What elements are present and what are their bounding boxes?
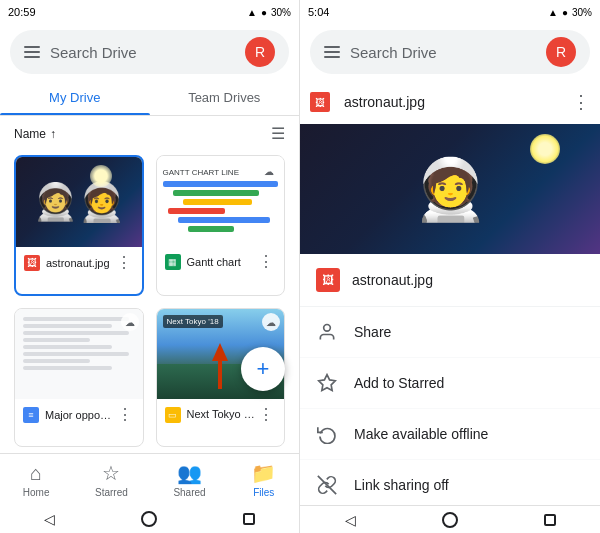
file-info-gantt: ▦ Gantt chart ⋮ — [157, 246, 285, 277]
thumbnail-gantt: GANTT CHART LINE ☁ — [157, 156, 285, 246]
hamburger-icon-right[interactable] — [324, 46, 340, 58]
share-icon — [316, 321, 338, 343]
home-label: Home — [23, 487, 50, 498]
left-panel: 20:59 ▲ ● 30% Search Drive R My Drive Te… — [0, 0, 300, 533]
file-info-tokyo: ▭ Next Tokyo '18 提案 | Co... ⋮ — [157, 399, 285, 430]
link-sharing-icon — [316, 474, 338, 496]
files-icon: 📁 — [251, 461, 276, 485]
status-icons-right: ▲ ● 30% — [548, 7, 592, 18]
sort-bar: Name ↑ ☰ — [0, 116, 299, 149]
home-button-right[interactable] — [440, 510, 460, 530]
tabs: My Drive Team Drives — [0, 80, 299, 116]
file-info-astronaut: 🖼 astronaut.jpg ⋮ — [16, 247, 142, 278]
file-name-major-opportunity: Major opportunity ... — [45, 409, 115, 421]
file-menu-gantt[interactable]: ⋮ — [256, 252, 276, 271]
fab-button[interactable]: + — [241, 347, 285, 391]
home-icon: ⌂ — [30, 462, 42, 485]
avatar-right[interactable]: R — [546, 37, 576, 67]
gantt-chart-preview: GANTT CHART LINE — [163, 168, 279, 235]
starred-label-right: Add to Starred — [354, 375, 444, 391]
star-icon — [316, 372, 338, 394]
system-nav-left: ◁ — [0, 505, 299, 533]
status-bar-right: 5:04 ▲ ● 30% — [300, 0, 600, 24]
sort-arrow-icon: ↑ — [50, 127, 56, 141]
sort-controls[interactable]: Name ↑ — [14, 127, 56, 141]
offline-label: Make available offline — [354, 426, 488, 442]
astronaut-graphic: 🧑‍🚀 — [413, 154, 488, 225]
search-input-right[interactable]: Search Drive — [350, 44, 536, 61]
sort-label: Name — [14, 127, 46, 141]
file-menu-astronaut[interactable]: ⋮ — [114, 253, 134, 272]
cloud-icon-gantt: ☁ — [260, 162, 278, 180]
grid-view-icon[interactable]: ☰ — [271, 124, 285, 143]
starred-icon: ☆ — [102, 461, 120, 485]
time-left: 20:59 — [8, 6, 36, 18]
search-bar-left[interactable]: Search Drive R — [10, 30, 289, 74]
svg-point-0 — [324, 325, 331, 332]
time-right: 5:04 — [308, 6, 329, 18]
right-panel: 5:04 ▲ ● 30% Search Drive R 🖼 astronaut.… — [300, 0, 600, 533]
file-menu-tokyo[interactable]: ⋮ — [256, 405, 276, 424]
nav-home[interactable]: ⌂ Home — [23, 462, 50, 498]
file-type-icon-astronaut: 🖼 — [24, 255, 40, 271]
menu-item-starred[interactable]: Add to Starred — [300, 358, 600, 409]
hamburger-icon[interactable] — [24, 46, 40, 58]
svg-marker-1 — [319, 375, 336, 391]
file-menu-doc[interactable]: ⋮ — [115, 405, 135, 424]
file-type-icon-gantt: ▦ — [165, 254, 181, 270]
files-label: Files — [253, 487, 274, 498]
file-name-astronaut: astronaut.jpg — [46, 257, 114, 269]
nav-shared[interactable]: 👥 Shared — [173, 461, 205, 498]
header-menu-button[interactable]: ⋮ — [572, 91, 590, 113]
back-button[interactable]: ◁ — [40, 509, 60, 529]
bottom-nav: ⌂ Home ☆ Starred 👥 Shared 📁 Files — [0, 453, 299, 505]
recent-button[interactable] — [239, 509, 259, 529]
offline-icon — [316, 423, 338, 445]
file-name-tokyo: Next Tokyo '18 提案 | Co... — [187, 407, 257, 422]
tokyo-label: Next Tokyo '18 — [163, 315, 223, 328]
sun-graphic — [530, 134, 560, 164]
home-system-icon-right — [442, 512, 458, 528]
file-card-major-opportunity[interactable]: ☁ ≡ Major opportunity ... ⋮ — [14, 308, 144, 447]
menu-item-link-sharing[interactable]: Link sharing off — [300, 460, 600, 505]
status-icons-left: ▲ ● 30% — [247, 7, 291, 18]
back-button-right[interactable]: ◁ — [340, 510, 360, 530]
file-name-gantt: Gantt chart — [187, 256, 257, 268]
cloud-icon-doc: ☁ — [121, 313, 139, 331]
share-label: Share — [354, 324, 391, 340]
nav-starred[interactable]: ☆ Starred — [95, 461, 128, 498]
home-system-icon — [141, 511, 157, 527]
file-card-astronaut[interactable]: 🧑‍🚀 🖼 astronaut.jpg ⋮ — [14, 155, 144, 296]
files-grid: 🧑‍🚀 🖼 astronaut.jpg ⋮ GANTT CHART LINE — [0, 149, 299, 453]
recent-icon-right — [544, 514, 556, 526]
menu-item-share[interactable]: Share — [300, 307, 600, 358]
status-bar-left: 20:59 ▲ ● 30% — [0, 0, 299, 24]
header-file-icon: 🖼 — [310, 92, 330, 112]
fab-plus-icon: + — [257, 356, 270, 382]
file-info-major-opportunity: ≡ Major opportunity ... ⋮ — [15, 399, 143, 430]
cloud-icon-tokyo: ☁ — [262, 313, 280, 331]
thumbnail-major-opportunity: ☁ — [15, 309, 143, 399]
menu-item-offline[interactable]: Make available offline — [300, 409, 600, 460]
home-button[interactable] — [139, 509, 159, 529]
search-input-left[interactable]: Search Drive — [50, 44, 235, 61]
context-menu: 🖼 astronaut.jpg Share Add to Starred — [300, 254, 600, 505]
back-icon-right: ◁ — [345, 512, 356, 528]
back-icon: ◁ — [44, 511, 55, 527]
starred-label: Starred — [95, 487, 128, 498]
avatar-left[interactable]: R — [245, 37, 275, 67]
shared-label: Shared — [173, 487, 205, 498]
search-bar-right[interactable]: Search Drive R — [310, 30, 590, 74]
file-card-gantt[interactable]: GANTT CHART LINE ☁ ▦ Gantt chart ⋮ — [156, 155, 286, 296]
tab-team-drives[interactable]: Team Drives — [150, 80, 300, 115]
recent-button-right[interactable] — [540, 510, 560, 530]
tab-my-drive[interactable]: My Drive — [0, 80, 150, 115]
nav-files[interactable]: 📁 Files — [251, 461, 276, 498]
file-header-bar: 🖼 astronaut.jpg ⋮ — [300, 80, 600, 124]
file-preview: 🧑‍🚀 — [300, 124, 600, 254]
menu-file-header: 🖼 astronaut.jpg — [300, 254, 600, 307]
menu-file-icon: 🖼 — [316, 268, 340, 292]
header-filename: astronaut.jpg — [344, 94, 564, 110]
menu-file-name: astronaut.jpg — [352, 272, 433, 288]
thumbnail-astronaut: 🧑‍🚀 — [16, 157, 142, 247]
